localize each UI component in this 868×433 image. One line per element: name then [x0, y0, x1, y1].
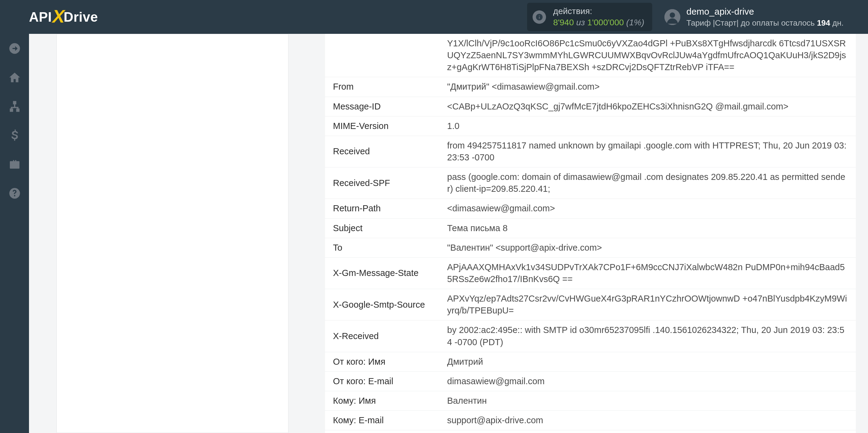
table-value: "Валентин" <support@apix-drive.com>	[444, 238, 856, 257]
user-name: demo_apix-drive	[686, 5, 844, 18]
logo-drive: Drive	[63, 9, 98, 25]
table-row: От кого: ИмяДмитрий	[325, 352, 856, 372]
table-value: <CABp+ULzAOzQ3qKSC_gj7wfMcE7jtdH6kpoZEHC…	[444, 97, 856, 116]
logo-api: API	[29, 9, 52, 25]
main: Y1X/lClh/VjP/9c1ooRcI6O86Pc1cSmu0c6yVXZa…	[29, 34, 868, 433]
tariff-prefix: Тариф |Старт| до оплаты осталось	[686, 18, 817, 28]
actions-used: 8'940	[553, 18, 574, 27]
actions-label: действия:	[553, 6, 644, 17]
table-value: Y1X/lClh/VjP/9c1ooRcI6O86Pc1cSmu0c6yVXZa…	[444, 34, 856, 77]
table-row: Received-SPFpass (google.com: domain of …	[325, 167, 856, 199]
table-key: X-Gm-Message-State	[325, 258, 444, 289]
logo-x: X	[53, 6, 65, 27]
table-value: Валентин	[444, 391, 856, 410]
dollar-icon	[8, 129, 21, 142]
table-value: APjAAAXQMHAxVk1v34SUDPvTrXAk7CPo1F+6M9cc…	[444, 258, 856, 289]
left-card	[57, 34, 288, 433]
table-row: SubjectТема письма 8	[325, 219, 856, 238]
table-value: by 2002:ac2:495e:: with SMTP id o30mr652…	[444, 321, 856, 352]
sidebar-item-connections[interactable]	[0, 92, 29, 121]
info-icon	[533, 10, 546, 24]
footer-actions: Редактировать Загрузить тестовые данные …	[325, 430, 856, 433]
svg-point-1	[670, 12, 675, 18]
home-icon	[8, 71, 21, 84]
user-tariff: Тариф |Старт| до оплаты осталось 194 дн.	[686, 18, 844, 28]
table-key: X-Received	[325, 321, 444, 352]
right-panel: Y1X/lClh/VjP/9c1ooRcI6O86Pc1cSmu0c6yVXZa…	[325, 34, 856, 433]
table-key: Кому: Имя	[325, 391, 444, 410]
table-value: Дмитрий	[444, 352, 856, 371]
table-row: Receivedfrom 494257511817 named unknown …	[325, 136, 856, 167]
sidebar-item-arrow[interactable]	[0, 34, 29, 63]
table-value: pass (google.com: domain of dimasawiew@g…	[444, 167, 856, 199]
table-row: X-Gm-Message-StateAPjAAAXQMHAxVk1v34SUDP…	[325, 258, 856, 289]
data-table: Y1X/lClh/VjP/9c1ooRcI6O86Pc1cSmu0c6yVXZa…	[325, 34, 856, 430]
sidebar	[0, 34, 29, 433]
table-key: X-Google-Smtp-Source	[325, 289, 444, 320]
logo[interactable]: API X Drive	[29, 6, 98, 28]
sitemap-icon	[8, 100, 21, 113]
table-key: Received-SPF	[325, 167, 444, 199]
table-value: APXvYqz/ep7Adts27Csr2vv/CvHWGueX4rG3pRAR…	[444, 289, 856, 320]
table-key: Message-ID	[325, 97, 444, 116]
table-key	[325, 34, 444, 77]
actions-box[interactable]: действия: 8'940 из 1'000'000 (1%)	[527, 3, 652, 31]
table-key: Кому: E-mail	[325, 411, 444, 430]
table-row: Return-Path<dimasawiew@gmail.com>	[325, 199, 856, 218]
table-row: To"Валентин" <support@apix-drive.com>	[325, 238, 856, 258]
table-row: MIME-Version1.0	[325, 116, 856, 136]
table-row: Y1X/lClh/VjP/9c1ooRcI6O86Pc1cSmu0c6yVXZa…	[325, 34, 856, 77]
table-key: Received	[325, 136, 444, 167]
table-key: MIME-Version	[325, 116, 444, 136]
svg-rect-4	[17, 108, 19, 111]
header-right: действия: 8'940 из 1'000'000 (1%) demo_a…	[527, 0, 844, 34]
table-row: X-Google-Smtp-SourceAPXvYqz/ep7Adts27Csr…	[325, 289, 856, 321]
table-key: Return-Path	[325, 199, 444, 218]
left-panel	[57, 34, 288, 433]
table-value: 1.0	[444, 116, 856, 136]
actions-of: из	[576, 18, 585, 27]
table-key: To	[325, 238, 444, 257]
table-key: From	[325, 77, 444, 96]
table-value: <dimasawiew@gmail.com>	[444, 199, 856, 218]
header: API X Drive действия: 8'940 из 1'000'000…	[0, 0, 868, 34]
actions-total: 1'000'000	[587, 18, 624, 27]
actions-numbers: 8'940 из 1'000'000 (1%)	[553, 17, 644, 28]
table-value: Тема письма 8	[444, 219, 856, 238]
sidebar-item-help[interactable]	[0, 179, 29, 208]
table-key: Subject	[325, 219, 444, 238]
sidebar-item-home[interactable]	[0, 63, 29, 92]
table-value: support@apix-drive.com	[444, 411, 856, 430]
table-key: От кого: Имя	[325, 352, 444, 371]
table-row: Кому: ИмяВалентин	[325, 391, 856, 411]
user-icon	[664, 9, 680, 25]
table-value: from 494257511817 named unknown by gmail…	[444, 136, 856, 167]
tariff-suffix: дн.	[830, 18, 844, 28]
table-row: От кого: E-maildimasawiew@gmail.com	[325, 372, 856, 391]
actions-percent: (1%)	[626, 18, 644, 27]
sidebar-item-briefcase[interactable]	[0, 150, 29, 179]
svg-rect-2	[13, 101, 16, 104]
sidebar-item-billing[interactable]	[0, 121, 29, 150]
table-key: От кого: E-mail	[325, 372, 444, 391]
user-box[interactable]: demo_apix-drive Тариф |Старт| до оплаты …	[664, 5, 844, 29]
briefcase-icon	[8, 158, 21, 171]
table-row: Message-ID<CABp+ULzAOzQ3qKSC_gj7wfMcE7jt…	[325, 97, 856, 116]
table-row: X-Receivedby 2002:ac2:495e:: with SMTP i…	[325, 321, 856, 352]
svg-rect-3	[10, 108, 13, 111]
question-circle-icon	[8, 187, 21, 200]
table-row: From"Дмитрий" <dimasawiew@gmail.com>	[325, 77, 856, 97]
arrow-right-circle-icon	[8, 42, 21, 55]
tariff-days: 194	[817, 18, 830, 28]
table-row: Кому: E-mailsupport@apix-drive.com	[325, 411, 856, 430]
table-value: dimasawiew@gmail.com	[444, 372, 856, 391]
user-text: demo_apix-drive Тариф |Старт| до оплаты …	[686, 5, 844, 29]
table-value: "Дмитрий" <dimasawiew@gmail.com>	[444, 77, 856, 96]
actions-text: действия: 8'940 из 1'000'000 (1%)	[553, 6, 644, 28]
